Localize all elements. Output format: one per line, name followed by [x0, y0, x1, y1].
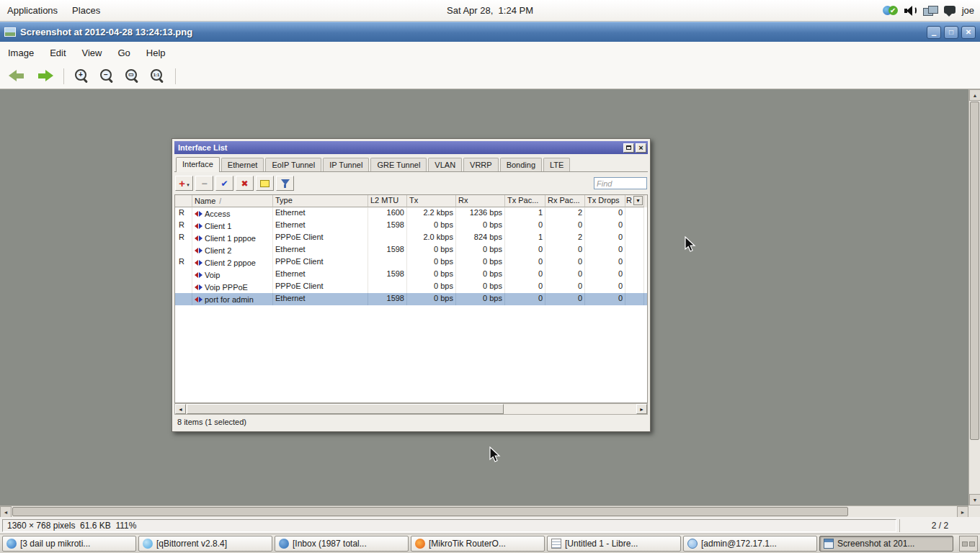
workspace-switcher[interactable]	[959, 536, 978, 552]
row-r	[625, 232, 644, 244]
comment-button[interactable]	[256, 176, 274, 191]
table-row[interactable]: R Access Ethernet 1600 2.2 kbps 1236 bps…	[175, 207, 647, 220]
scroll-left-button[interactable]	[0, 506, 12, 518]
applications-menu[interactable]: Applications	[0, 0, 65, 21]
table-row[interactable]: R Client 1 Ethernet 1598 0 bps 0 bps 0 0…	[175, 220, 647, 232]
taskbar-item-inbox[interactable]: [Inbox (1987 total...	[275, 536, 409, 552]
winbox-restore-button[interactable]	[623, 143, 634, 153]
taskbar-item-libreoffice[interactable]: [Untitled 1 - Libre...	[547, 536, 681, 552]
tab-vrrp[interactable]: VRRP	[463, 158, 499, 171]
username[interactable]: joe	[962, 5, 974, 16]
volume-icon[interactable]	[904, 5, 917, 16]
zoom-in-button[interactable]	[74, 68, 89, 84]
clock[interactable]: Sat Apr 28, 1:24 PM	[447, 5, 533, 16]
col-tx[interactable]: Tx	[407, 195, 456, 207]
col-rx[interactable]: Rx	[456, 195, 505, 207]
row-tx-drops: 0	[585, 293, 625, 305]
places-menu[interactable]: Places	[65, 0, 107, 21]
menu-go[interactable]: Go	[110, 42, 138, 63]
zoom-normal-button[interactable]	[150, 68, 165, 84]
scroll-right-button[interactable]	[636, 404, 647, 414]
table-row-selected[interactable]: port for admin Ethernet 1598 0 bps 0 bps…	[175, 293, 647, 305]
scrollbar-thumb[interactable]	[970, 102, 979, 440]
chat-icon[interactable]	[944, 6, 956, 14]
image-info: 980 × 553 pixels 61.6 KB 111%	[2, 519, 896, 532]
table-row[interactable]: Voip PPPoE PPPoE Client 0 bps 0 bps 0 0 …	[175, 281, 647, 293]
scroll-down-button[interactable]	[969, 494, 980, 505]
updates-ok-icon	[888, 6, 898, 15]
row-l2mtu: 1598	[368, 220, 407, 232]
viewer-hscrollbar[interactable]	[0, 505, 968, 517]
taskbar-item-screenshot[interactable]: Screenshot at 201...	[819, 536, 953, 552]
row-tx-packets: 0	[505, 220, 545, 232]
col-tx-drops[interactable]: Tx Drops	[585, 195, 625, 207]
sort-indicator-icon	[215, 197, 221, 205]
find-input[interactable]	[594, 177, 647, 189]
col-name[interactable]: Name	[192, 195, 273, 207]
interface-icon	[195, 297, 202, 302]
menu-image[interactable]: Image	[0, 42, 42, 63]
winbox-hscrollbar[interactable]	[174, 403, 648, 415]
row-tx: 0 bps	[407, 269, 456, 281]
row-r	[625, 207, 644, 220]
taskbar-item-terminal[interactable]: [3 dail up mikroti...	[2, 536, 136, 552]
row-tx-packets: 0	[505, 244, 545, 256]
col-r[interactable]: R	[625, 195, 644, 207]
tab-gre-tunnel[interactable]: GRE Tunnel	[370, 158, 427, 171]
tab-eoip-tunnel[interactable]: EoIP Tunnel	[265, 158, 321, 171]
row-rx-packets: 0	[545, 256, 585, 269]
maximize-button[interactable]	[944, 26, 958, 39]
menu-view[interactable]: View	[74, 42, 110, 63]
col-flags[interactable]	[175, 195, 192, 207]
back-button[interactable]	[9, 70, 26, 82]
scrollbar-thumb[interactable]	[187, 404, 504, 414]
col-type[interactable]: Type	[273, 195, 368, 207]
zoom-fit-button[interactable]	[125, 68, 140, 84]
viewer-vscrollbar[interactable]	[968, 89, 980, 505]
forward-button[interactable]	[36, 70, 53, 82]
winbox-titlebar[interactable]: Interface List	[174, 141, 648, 154]
tab-ethernet[interactable]: Ethernet	[221, 158, 264, 171]
row-type: PPPoE Client	[273, 256, 368, 269]
tab-bonding[interactable]: Bonding	[500, 158, 542, 171]
scroll-right-button[interactable]	[957, 506, 968, 518]
close-button[interactable]	[961, 26, 976, 39]
col-rx-packets[interactable]: Rx Pac...	[545, 195, 585, 207]
table-row[interactable]: Client 2 Ethernet 1598 0 bps 0 bps 0 0 0	[175, 244, 647, 256]
remove-button[interactable]	[195, 176, 213, 191]
row-name: Client 1 pppoe	[192, 232, 273, 244]
winbox-close-button[interactable]	[636, 143, 646, 153]
zoom-out-button[interactable]	[99, 68, 115, 84]
row-rx: 0 bps	[456, 293, 505, 305]
menu-edit[interactable]: Edit	[42, 42, 74, 63]
row-flag	[175, 281, 192, 293]
taskbar-label: Screenshot at 201...	[837, 539, 914, 549]
tab-vlan[interactable]: VLAN	[428, 158, 462, 171]
update-notifier-icon[interactable]	[883, 6, 898, 15]
table-row[interactable]: R Client 2 pppoe PPPoE Client 0 bps 0 bp…	[175, 256, 647, 269]
disable-button[interactable]	[236, 176, 254, 191]
table-row[interactable]: Voip Ethernet 1598 0 bps 0 bps 0 0 0	[175, 269, 647, 281]
tab-lte[interactable]: LTE	[543, 158, 570, 171]
add-button[interactable]	[175, 176, 193, 191]
menu-help[interactable]: Help	[138, 42, 174, 63]
displays-icon[interactable]	[923, 5, 937, 16]
table-row[interactable]: R Client 1 pppoe PPPoE Client 2.0 kbps 8…	[175, 232, 647, 244]
enable-button[interactable]	[215, 176, 233, 191]
tab-interface[interactable]: Interface	[176, 157, 220, 172]
scroll-up-button[interactable]	[969, 89, 980, 101]
taskbar-label: [Inbox (1987 total...	[293, 539, 367, 549]
filter-button[interactable]	[276, 176, 294, 191]
col-l2mtu[interactable]: L2 MTU	[368, 195, 407, 207]
column-selector-button[interactable]	[633, 196, 643, 205]
viewer-titlebar[interactable]: Screenshot at 2012-04-28 13:24:13.png	[0, 22, 980, 42]
taskbar-item-winbox[interactable]: [admin@172.17.1...	[683, 536, 817, 552]
col-tx-packets[interactable]: Tx Pac...	[505, 195, 545, 207]
taskbar-item-qbittorrent[interactable]: [qBittorrent v2.8.4]	[138, 536, 272, 552]
scrollbar-thumb[interactable]	[12, 507, 848, 516]
taskbar-item-mikrotik-browser[interactable]: [MikroTik RouterO...	[411, 536, 545, 552]
minimize-button[interactable]	[927, 26, 941, 39]
tab-ip-tunnel[interactable]: IP Tunnel	[323, 158, 369, 171]
row-rx-packets: 0	[545, 244, 585, 256]
scroll-left-button[interactable]	[175, 404, 186, 414]
